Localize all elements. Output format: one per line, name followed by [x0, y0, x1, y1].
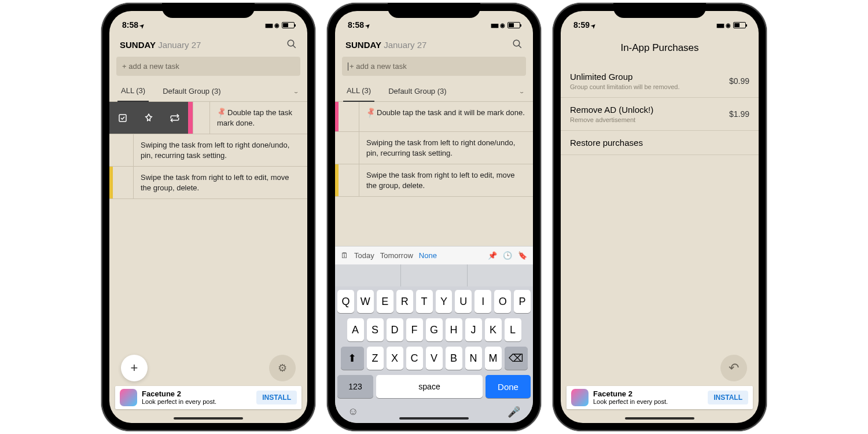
add-task-placeholder: + add a new task [350, 62, 407, 71]
add-button[interactable]: + [121, 355, 148, 381]
key-c[interactable]: C [406, 347, 423, 370]
key-b[interactable]: B [446, 347, 462, 370]
key-m[interactable]: M [485, 347, 502, 370]
key-y[interactable]: Y [436, 290, 453, 313]
task-row[interactable]: Swiping the task from left to right done… [109, 134, 307, 167]
install-button[interactable]: INSTALL [708, 391, 748, 404]
add-task-placeholder: + add a new task [122, 62, 179, 71]
key-x[interactable]: X [387, 347, 403, 370]
search-icon[interactable] [512, 39, 523, 51]
toolbar-clock-icon[interactable]: 🕒 [503, 251, 512, 260]
battery-icon [282, 22, 295, 28]
install-button[interactable]: INSTALL [256, 391, 297, 404]
battery-icon [507, 22, 520, 28]
status-time: 8:59 [573, 20, 590, 30]
tab-default-group[interactable]: Default Group (3) [159, 82, 224, 101]
svg-line-1 [293, 45, 296, 48]
key-g[interactable]: G [426, 318, 443, 341]
action-done-icon[interactable] [109, 102, 135, 134]
task-text: Double tap the task mark done. [217, 108, 292, 127]
notch [388, 3, 480, 18]
num-key[interactable]: 123 [337, 375, 373, 398]
check-col [113, 134, 134, 166]
purchase-price: $1.99 [729, 109, 749, 119]
key-j[interactable]: J [465, 318, 482, 341]
key-o[interactable]: O [494, 290, 511, 313]
header: SUNDAY January 27 [335, 34, 533, 54]
header-date: January 27 [158, 40, 201, 50]
add-task-input[interactable]: + add a new task [342, 57, 526, 76]
key-t[interactable]: T [416, 290, 433, 313]
purchase-price: $0.99 [729, 76, 749, 86]
settings-button[interactable]: ⚙ [269, 355, 296, 381]
key-w[interactable]: W [357, 290, 374, 313]
key-k[interactable]: K [485, 318, 502, 341]
key-r[interactable]: R [396, 290, 413, 313]
task-row[interactable]: 📌Double tap the task and it will be mark… [335, 102, 533, 132]
chevron-down-icon[interactable]: ⌄ [518, 89, 525, 94]
date-tomorrow[interactable]: Tomorrow [380, 251, 413, 260]
mic-key[interactable]: 🎤 [507, 406, 520, 418]
ad-banner[interactable]: Facetune 2Look perfect in every post. IN… [567, 386, 753, 409]
key-z[interactable]: Z [367, 347, 384, 370]
key-n[interactable]: N [465, 347, 482, 370]
task-row[interactable]: Swipe the task from right to left to edi… [335, 164, 533, 197]
home-indicator[interactable] [399, 417, 469, 420]
task-row[interactable]: Swipe the task from right to left to edi… [109, 167, 307, 199]
ad-title: Facetune 2 [142, 389, 181, 398]
emoji-key[interactable]: ☺ [348, 406, 358, 418]
swipe-actions [109, 102, 188, 134]
search-icon[interactable] [286, 39, 297, 51]
date-today[interactable]: Today [354, 251, 374, 260]
task-row[interactable]: 📌Double tap the task mark done. [109, 102, 307, 134]
key-l[interactable]: L [505, 318, 521, 341]
undo-button[interactable]: ↶ [720, 355, 747, 381]
tab-all[interactable]: ALL (3) [343, 82, 374, 102]
key-u[interactable]: U [455, 290, 472, 313]
home-indicator[interactable] [625, 417, 694, 420]
key-s[interactable]: S [367, 318, 384, 341]
text-cursor [348, 62, 348, 71]
header: SUNDAY January 27 [109, 34, 307, 54]
key-i[interactable]: I [475, 290, 491, 313]
shift-key[interactable]: ⬆ [341, 347, 364, 370]
purchase-row-unlimited[interactable]: Unlimited Group Group count limitation w… [561, 65, 759, 98]
toolbar-pin-icon[interactable]: 📌 [488, 251, 497, 260]
page-title: In-App Purchases [561, 34, 759, 65]
key-h[interactable]: H [446, 318, 462, 341]
key-q[interactable]: Q [337, 290, 354, 313]
key-p[interactable]: P [514, 290, 531, 313]
ad-title: Facetune 2 [593, 389, 632, 398]
toolbar-bookmark-x-icon[interactable]: 🔖 [518, 251, 527, 260]
key-e[interactable]: E [377, 290, 393, 313]
purchase-row-remove-ad[interactable]: Remove AD (Unlock!) Remove advertisement… [561, 98, 759, 131]
key-f[interactable]: F [406, 318, 423, 341]
tab-default-group[interactable]: Default Group (3) [385, 82, 450, 101]
tab-all[interactable]: ALL (3) [117, 82, 149, 102]
pin-icon: 📌 [365, 106, 378, 119]
backspace-key[interactable]: ⌫ [505, 347, 528, 370]
tag-pink [188, 102, 193, 134]
wifi-icon [274, 21, 279, 29]
location-icon [365, 20, 370, 30]
task-text: Swipe the task from right to left to edi… [359, 164, 533, 196]
task-row[interactable]: Swiping the task from left to right done… [335, 132, 533, 164]
calendar-icon[interactable]: 🗓 [341, 251, 348, 260]
signal-icon [716, 21, 723, 29]
ad-banner[interactable]: Facetune 2Look perfect in every post. IN… [115, 386, 301, 409]
action-repeat-icon[interactable] [162, 102, 188, 134]
keyboard: QWERTYUIOP ASDFGHJKL ⬆ ZXCVBNM ⌫ 123 spa… [335, 286, 533, 423]
add-task-input[interactable]: + add a new task [116, 57, 300, 76]
date-none[interactable]: None [419, 251, 437, 260]
restore-purchases[interactable]: Restore purchases [561, 131, 759, 155]
done-key[interactable]: Done [486, 375, 531, 398]
action-pin-icon[interactable] [135, 102, 161, 134]
key-a[interactable]: A [347, 318, 364, 341]
key-d[interactable]: D [387, 318, 403, 341]
ad-logo-icon [571, 389, 589, 406]
chevron-down-icon[interactable]: ⌄ [293, 89, 299, 94]
space-key[interactable]: space [376, 375, 483, 398]
home-indicator[interactable] [174, 417, 243, 420]
keyboard-suggestions [335, 264, 533, 286]
key-v[interactable]: V [426, 347, 443, 370]
